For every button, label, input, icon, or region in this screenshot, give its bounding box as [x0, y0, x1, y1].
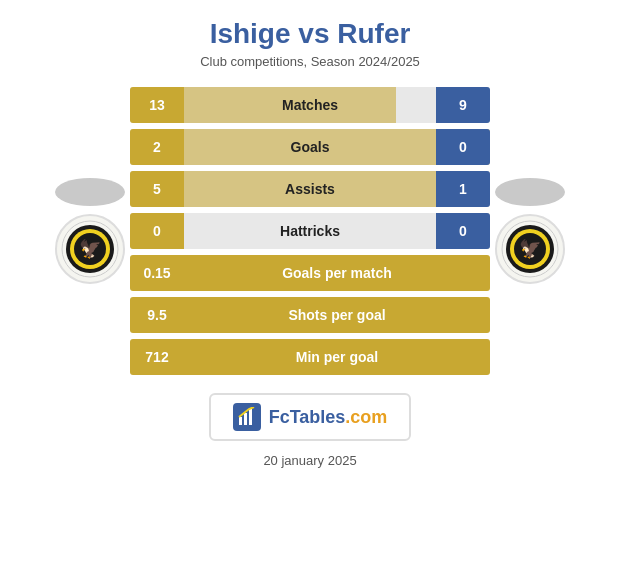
svg-text:🦅: 🦅	[79, 238, 102, 260]
stat-label-hattricks: Hattricks	[184, 223, 436, 239]
fctables-text: FcTables.com	[269, 407, 388, 428]
stat-label-shots-per-goal: Shots per goal	[184, 307, 490, 323]
svg-rect-12	[249, 409, 252, 425]
left-club: 🦅	[50, 178, 130, 284]
stat-left-hattricks: 0	[130, 213, 184, 249]
stat-label-goals: Goals	[184, 139, 436, 155]
stat-row-matches: 13 Matches 9	[130, 87, 490, 123]
stats-container: 13 Matches 9 2 Goals 0 5 Assists 1 0 Ha	[130, 87, 490, 375]
stat-val-min-per-goal: 712	[130, 339, 184, 375]
stat-label-min-per-goal: Min per goal	[184, 349, 490, 365]
page-title: Ishige vs Rufer	[210, 18, 411, 50]
svg-rect-10	[239, 417, 242, 425]
stat-label-goals-per-match: Goals per match	[184, 265, 490, 281]
fctables-dot: .com	[345, 407, 387, 427]
stat-row-hattricks: 0 Hattricks 0	[130, 213, 490, 249]
fctables-badge: FcTables.com	[209, 393, 412, 441]
page-subtitle: Club competitions, Season 2024/2025	[200, 54, 420, 69]
right-club: 🦅	[490, 178, 570, 284]
page: Ishige vs Rufer Club competitions, Seaso…	[0, 0, 620, 580]
right-club-blob	[495, 178, 565, 206]
stat-right-goals: 0	[436, 129, 490, 165]
stat-label-assists: Assists	[184, 181, 436, 197]
fctables-icon	[233, 403, 261, 431]
main-content: 🦅 13 Matches 9 2 Goals 0 5 Assi	[0, 87, 620, 375]
stat-val-goals-per-match: 0.15	[130, 255, 184, 291]
stat-row-goals-per-match: 0.15 Goals per match	[130, 255, 490, 291]
svg-text:🦅: 🦅	[519, 238, 542, 260]
right-club-logo: 🦅	[495, 214, 565, 284]
stat-row-assists: 5 Assists 1	[130, 171, 490, 207]
stat-val-shots-per-goal: 9.5	[130, 297, 184, 333]
stat-row-min-per-goal: 712 Min per goal	[130, 339, 490, 375]
stat-right-matches: 9	[436, 87, 490, 123]
left-club-logo: 🦅	[55, 214, 125, 284]
stat-left-assists: 5	[130, 171, 184, 207]
svg-rect-11	[244, 413, 247, 425]
stat-left-matches: 13	[130, 87, 184, 123]
stat-right-hattricks: 0	[436, 213, 490, 249]
stat-left-goals: 2	[130, 129, 184, 165]
stat-row-shots-per-goal: 9.5 Shots per goal	[130, 297, 490, 333]
left-club-blob	[55, 178, 125, 206]
stat-row-goals: 2 Goals 0	[130, 129, 490, 165]
stat-label-matches: Matches	[184, 97, 436, 113]
date-label: 20 january 2025	[263, 453, 356, 468]
stat-right-assists: 1	[436, 171, 490, 207]
